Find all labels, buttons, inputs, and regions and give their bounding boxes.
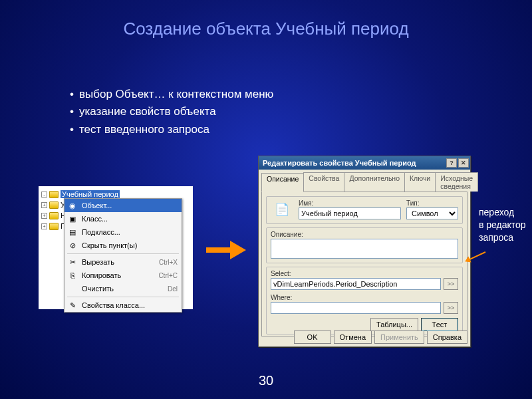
menu-item-label: Скрыть пункт(ы) xyxy=(82,241,178,249)
menu-item-shortcut: Ctrl+X xyxy=(159,259,178,266)
description-textarea[interactable] xyxy=(271,239,458,259)
select-label: Select: xyxy=(271,270,458,277)
bullet-list: выбор Объект… к контекстном меню указани… xyxy=(43,86,273,138)
menu-item-label: Подкласс... xyxy=(82,228,178,236)
where-label: Where: xyxy=(271,294,458,301)
bullet-item: выбор Объект… к контекстном меню xyxy=(70,86,273,103)
where-input[interactable] xyxy=(271,302,441,314)
slide-title: Создание объекта Учебный период xyxy=(0,0,532,39)
where-edit-button[interactable]: >> xyxy=(444,302,458,314)
menu-item-label: Копировать xyxy=(82,271,154,279)
bullet-item: указание свойств объекта xyxy=(70,103,273,120)
tables-button[interactable]: Таблицы... xyxy=(370,318,418,331)
type-label: Тип: xyxy=(406,200,458,207)
subclass-icon: ▤ xyxy=(67,228,78,237)
name-label: Имя: xyxy=(299,200,401,207)
menu-item-label: Свойства класса... xyxy=(82,301,178,309)
folder-icon xyxy=(49,191,59,198)
tab-source[interactable]: Исходные сведения xyxy=(435,172,478,192)
menu-item-shortcut: Del xyxy=(168,285,178,293)
menu-item-clear[interactable]: Очистить Del xyxy=(65,282,182,295)
expander-icon[interactable]: + xyxy=(41,202,47,208)
name-group: 📄 Имя: Тип: Символ xyxy=(266,196,463,224)
tree-panel: - Учебный период + Уче + Нап + Пок ◉ Объ… xyxy=(39,186,193,309)
tree-item-label: Учебный период xyxy=(61,190,120,198)
copy-icon: ⎘ xyxy=(67,271,78,279)
props-icon: ✎ xyxy=(67,301,78,310)
help-button[interactable]: ? xyxy=(446,158,457,168)
menu-separator xyxy=(67,297,179,297)
hide-icon: ⊘ xyxy=(67,241,78,250)
menu-item-object[interactable]: ◉ Объект... xyxy=(65,199,182,212)
cut-icon: ✂ xyxy=(67,258,78,267)
menu-item-subclass[interactable]: ▤ Подкласс... xyxy=(65,225,182,239)
close-button[interactable]: ✕ xyxy=(458,158,469,168)
page-number: 30 xyxy=(0,373,532,388)
menu-item-hide[interactable]: ⊘ Скрыть пункт(ы) xyxy=(65,239,182,252)
menu-item-label: Вырезать xyxy=(82,258,155,266)
select-input[interactable] xyxy=(271,278,441,290)
dialog-titlebar[interactable]: Редактировать свойства Учебный период ? … xyxy=(259,156,470,170)
folder-icon xyxy=(49,201,59,209)
menu-item-class-props[interactable]: ✎ Свойства класса... xyxy=(65,299,182,312)
dialog-title: Редактировать свойства Учебный период xyxy=(263,159,416,167)
test-button[interactable]: Тест xyxy=(421,318,458,331)
menu-item-class[interactable]: ▣ Класс... xyxy=(65,212,182,225)
description-label: Описание: xyxy=(271,231,458,238)
annotation-text: переход в редактор запроса xyxy=(479,206,532,244)
tab-description[interactable]: Описание xyxy=(261,173,304,192)
expander-icon[interactable]: + xyxy=(41,223,47,229)
class-icon: ▣ xyxy=(67,215,78,223)
folder-icon xyxy=(49,212,59,219)
menu-separator xyxy=(67,253,179,254)
dialog-button-row: OK Отмена Применить Справка xyxy=(261,331,467,344)
object-type-icon: 📄 xyxy=(271,200,293,219)
menu-item-label: Очистить xyxy=(82,285,164,293)
tab-properties[interactable]: Свойства xyxy=(303,172,344,192)
select-group: Select: >> Where: >> Таблицы... Тест xyxy=(266,267,463,334)
description-group: Описание: xyxy=(266,227,463,263)
tab-additional[interactable]: Дополнительно xyxy=(344,172,405,192)
tab-keys[interactable]: Ключи xyxy=(404,172,436,192)
properties-dialog: Редактировать свойства Учебный период ? … xyxy=(258,156,471,347)
menu-item-label: Класс... xyxy=(82,215,178,223)
select-edit-button[interactable]: >> xyxy=(444,278,458,290)
arrow-right-icon xyxy=(206,241,246,259)
context-menu: ◉ Объект... ▣ Класс... ▤ Подкласс... ⊘ С… xyxy=(64,198,182,313)
cancel-button[interactable]: Отмена xyxy=(334,331,372,344)
menu-item-copy[interactable]: ⎘ Копировать Ctrl+C xyxy=(65,269,182,282)
menu-item-cut[interactable]: ✂ Вырезать Ctrl+X xyxy=(65,255,182,269)
menu-item-shortcut: Ctrl+C xyxy=(158,272,178,279)
tab-body: 📄 Имя: Тип: Символ Описание: Select: xyxy=(261,192,467,336)
name-input[interactable] xyxy=(299,207,401,219)
tab-strip: Описание Свойства Дополнительно Ключи Ис… xyxy=(259,170,470,192)
ok-button[interactable]: OK xyxy=(294,331,331,344)
expander-icon[interactable]: - xyxy=(41,192,47,198)
folder-icon xyxy=(49,223,59,230)
bullet-item: тест введенного запроса xyxy=(70,121,273,138)
menu-item-label: Объект... xyxy=(82,201,178,209)
expander-icon[interactable]: + xyxy=(41,213,47,219)
object-icon: ◉ xyxy=(67,201,78,210)
apply-button[interactable]: Применить xyxy=(374,331,424,344)
help-button[interactable]: Справка xyxy=(427,331,467,344)
type-select[interactable]: Символ xyxy=(406,207,458,219)
